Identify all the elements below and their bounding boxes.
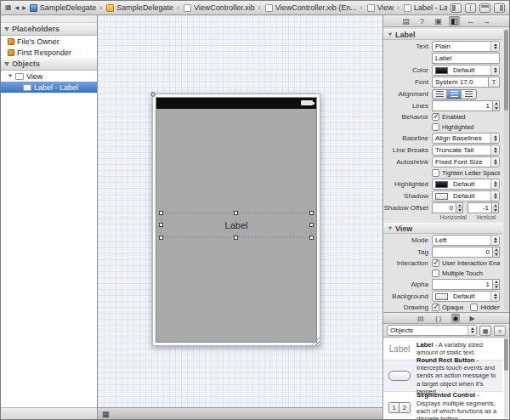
highlighted-color-swatch: [435, 181, 448, 188]
identity-inspector-icon[interactable]: [433, 16, 444, 26]
line-breaks-popup[interactable]: Truncate Tail: [432, 145, 500, 156]
hidden-checkbox[interactable]: [470, 304, 478, 311]
breadcrumb-label-object[interactable]: Label - Label: [395, 3, 447, 12]
connections-inspector-icon[interactable]: [481, 16, 492, 26]
code-snippet-library-icon[interactable]: [434, 314, 444, 323]
resize-handle[interactable]: [159, 236, 163, 240]
file-inspector-icon[interactable]: [400, 16, 411, 26]
placeholders-section-header[interactable]: Placeholders: [1, 23, 97, 36]
tag-stepper[interactable]: [492, 247, 500, 258]
mode-popup[interactable]: Left: [432, 235, 500, 246]
align-left-segment[interactable]: [433, 90, 447, 99]
shadow-offset-horizontal-field[interactable]: [432, 202, 456, 213]
canvas-label-text[interactable]: Label: [225, 220, 248, 230]
grid-view-icon[interactable]: ▦: [479, 326, 491, 336]
list-view-icon[interactable]: ≡: [494, 326, 506, 336]
outline-toggle-icon[interactable]: [102, 409, 110, 419]
popup-value: Default: [450, 180, 490, 188]
shadow-offset-vertical-field[interactable]: [468, 202, 491, 213]
close-dot-icon[interactable]: [150, 92, 156, 97]
inspector-scrollbar[interactable]: [504, 29, 508, 310]
field-label: Background: [383, 292, 432, 300]
label-text-field[interactable]: [432, 53, 500, 64]
alpha-row: Alpha: [383, 279, 500, 290]
related-items-icon[interactable]: [5, 3, 12, 12]
utilities-toggle-icon[interactable]: [494, 3, 505, 13]
field-label: Drawing: [383, 304, 432, 311]
library-scope-popup[interactable]: Objects: [387, 325, 477, 336]
resize-grip-icon[interactable]: [312, 338, 320, 345]
library-item-round-rect-button[interactable]: Round Rect Button - Intercepts touch eve…: [383, 360, 502, 392]
breadcrumb-project[interactable]: SampleDelegate: [30, 3, 97, 12]
version-editor-icon[interactable]: [479, 3, 490, 13]
canvas-grid[interactable]: Label: [98, 15, 383, 407]
back-icon[interactable]: [15, 3, 20, 12]
sidebar-item-first-responder[interactable]: First Responder: [1, 47, 97, 58]
library-scrollbar[interactable]: [504, 338, 508, 418]
sidebar-item-files-owner[interactable]: File's Owner: [1, 36, 97, 47]
library-item-segmented-control[interactable]: 12 Segmented Control - Displays multiple…: [383, 392, 502, 419]
opaque-checkbox[interactable]: [432, 304, 439, 311]
resize-handle[interactable]: [234, 236, 238, 240]
shadow-offset-horizontal-stepper[interactable]: [456, 202, 463, 213]
align-right-segment[interactable]: [462, 90, 476, 99]
label-object-icon: Label: [386, 344, 413, 354]
resize-handle[interactable]: [159, 223, 163, 227]
breadcrumb-group[interactable]: SampleDelegate: [98, 3, 173, 12]
field-label: Font: [383, 78, 432, 86]
align-left-icon: [436, 91, 444, 97]
shadow-color-popup[interactable]: Default: [432, 190, 500, 201]
view-editor-window[interactable]: Label: [152, 94, 320, 346]
library-filter-bar: Objects ▦ ≡: [383, 324, 509, 338]
tag-field[interactable]: [432, 247, 492, 258]
file-template-library-icon[interactable]: [416, 314, 426, 323]
alpha-stepper[interactable]: [492, 279, 500, 290]
enabled-checkbox[interactable]: [432, 113, 439, 121]
lines-field[interactable]: [432, 100, 492, 111]
resize-handle[interactable]: [234, 211, 238, 215]
multiple-touch-checkbox[interactable]: [432, 270, 439, 277]
interface-builder-canvas: Label: [98, 15, 383, 419]
attributes-inspector-icon[interactable]: [449, 16, 460, 26]
resize-handle[interactable]: [309, 211, 314, 215]
resize-handle[interactable]: [159, 211, 163, 215]
document-outline-sidebar: Placeholders File's Owner First Responde…: [1, 15, 98, 419]
autoshrink-popup[interactable]: Fixed Font Size: [432, 156, 500, 167]
background-popup[interactable]: Default: [432, 291, 500, 302]
highlighted-checkbox[interactable]: [432, 123, 439, 131]
resize-handle[interactable]: [309, 223, 314, 227]
scrollbar-thumb[interactable]: [504, 338, 508, 371]
sidebar-item-view[interactable]: View: [1, 71, 97, 82]
user-interaction-checkbox[interactable]: [432, 259, 439, 267]
align-center-segment[interactable]: [447, 90, 462, 99]
shadow-offset-vertical-stepper[interactable]: [491, 202, 499, 213]
tighten-letter-spacing-checkbox[interactable]: [432, 169, 439, 177]
alpha-field[interactable]: [432, 279, 492, 290]
sidebar-item-label-label[interactable]: Label - Label: [1, 82, 97, 93]
font-picker-icon[interactable]: T: [489, 77, 500, 88]
objects-section-header[interactable]: Objects: [1, 58, 97, 71]
breadcrumb-view[interactable]: View: [359, 3, 394, 12]
object-library-icon[interactable]: [451, 314, 461, 323]
root-view[interactable]: Label: [156, 109, 316, 342]
forward-icon[interactable]: [22, 3, 26, 12]
breadcrumb-locale-file[interactable]: ViewController.xib (En...: [257, 3, 357, 12]
lines-stepper[interactable]: [492, 100, 500, 111]
assistant-editor-icon[interactable]: [465, 3, 476, 13]
color-popup[interactable]: Default: [432, 65, 500, 76]
label-section-header[interactable]: Label: [383, 29, 502, 40]
view-section-header[interactable]: View: [383, 223, 502, 234]
resize-handle[interactable]: [309, 236, 314, 240]
text-style-popup[interactable]: Plain: [432, 41, 500, 52]
breadcrumb-file[interactable]: ViewController.xib: [175, 3, 255, 12]
media-library-icon[interactable]: [468, 314, 476, 323]
scrollbar-thumb[interactable]: [504, 30, 508, 111]
standard-editor-icon[interactable]: [450, 3, 462, 13]
size-inspector-icon[interactable]: [465, 16, 476, 26]
quick-help-icon[interactable]: [416, 16, 428, 26]
highlighted-color-popup[interactable]: Default: [432, 179, 500, 190]
field-label: Color: [383, 66, 432, 74]
label-selection-box[interactable]: Label: [162, 213, 311, 237]
baseline-popup[interactable]: Align Baselines: [432, 133, 500, 144]
font-field[interactable]: [432, 77, 489, 88]
